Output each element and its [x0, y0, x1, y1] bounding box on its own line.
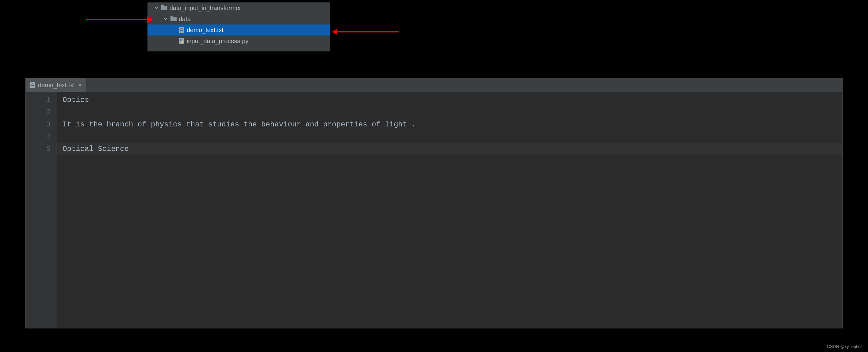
code-line-current: Optical Science — [56, 143, 842, 155]
code-line — [63, 131, 842, 143]
tree-item-label: data_input_in_transformer — [169, 5, 241, 12]
tree-item-label: demo_text.txt — [187, 27, 223, 34]
watermark: CSDN @xy_optics — [827, 344, 863, 349]
line-number: 5 — [26, 143, 51, 155]
text-file-icon — [178, 27, 185, 33]
chevron-down-icon[interactable] — [154, 6, 159, 10]
folder-icon — [161, 5, 168, 11]
editor-tab-bar: demo_text.txt × — [26, 78, 842, 92]
editor-body[interactable]: 1 2 3 4 5 Optics It is the branch of phy… — [26, 92, 842, 328]
line-number: 4 — [26, 131, 51, 143]
line-number: 3 — [26, 118, 51, 131]
code-line: It is the branch of physics that studies… — [63, 118, 842, 131]
python-file-icon — [178, 38, 185, 44]
line-number: 1 — [26, 94, 51, 106]
tree-row-file[interactable]: input_data_process.py — [148, 36, 330, 46]
chevron-down-icon[interactable] — [163, 17, 168, 21]
code-line — [63, 106, 842, 118]
close-icon[interactable]: × — [78, 82, 83, 88]
tree-row-folder[interactable]: data — [148, 13, 330, 25]
folder-icon — [170, 15, 177, 22]
line-number-gutter: 1 2 3 4 5 — [26, 92, 56, 328]
tree-item-label: input_data_process.py — [187, 38, 248, 45]
tree-item-label: data — [179, 15, 191, 23]
editor-panel: demo_text.txt × 1 2 3 4 5 Optics It is t… — [26, 78, 842, 328]
text-file-icon — [30, 82, 35, 88]
tab-label: demo_text.txt — [38, 82, 75, 89]
annotation-arrow-left — [86, 19, 147, 20]
code-area[interactable]: Optics It is the branch of physics that … — [56, 92, 842, 328]
tree-row-file-selected[interactable]: demo_text.txt — [148, 25, 330, 36]
line-number: 2 — [26, 106, 51, 118]
editor-tab[interactable]: demo_text.txt × — [26, 78, 87, 92]
annotation-arrow-right — [337, 31, 399, 32]
project-tree-panel: data_input_in_transformer data demo_text… — [148, 2, 330, 51]
code-line: Optics — [63, 94, 842, 106]
tree-row-folder[interactable]: data_input_in_transformer — [148, 2, 330, 13]
